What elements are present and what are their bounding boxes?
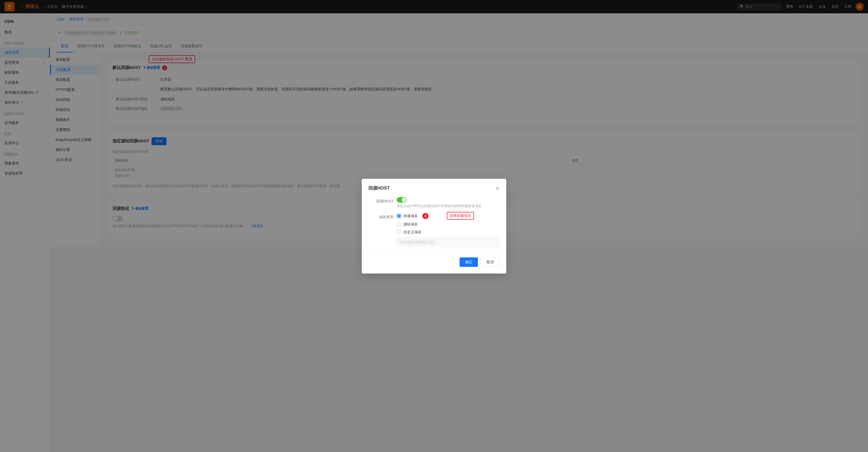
- modal-overlay[interactable]: 回源HOST ✕ 回源HOST 自定义在CDN节点回源过程中所需访问的WEB服务…: [0, 0, 868, 452]
- radio-dot-custom: [397, 230, 401, 234]
- modal-domain-type-row: 域名类型 加速域名 2 选择加速域名 源站域名: [368, 213, 500, 246]
- host-hint: 自定义在CDN节点回源过程中所需访问的WEB服务器域名: [397, 204, 500, 208]
- radio-custom[interactable]: 自定义域名: [397, 230, 500, 235]
- confirm-button[interactable]: 确定: [460, 257, 478, 267]
- radio-accelerate[interactable]: 加速域名 2 选择加速域名: [397, 213, 500, 219]
- cancel-button[interactable]: 取消: [481, 257, 500, 267]
- modal-host-row: 回源HOST 自定义在CDN节点回源过程中所需访问的WEB服务器域名: [368, 197, 500, 208]
- modal-domain-type-label: 域名类型: [368, 213, 394, 220]
- radio-dot-origin: [397, 222, 401, 227]
- radio-origin[interactable]: 源站域名: [397, 222, 500, 227]
- modal-host-label: 回源HOST: [368, 197, 394, 204]
- host-toggle[interactable]: [397, 197, 407, 203]
- radio-group: 加速域名 2 选择加速域名 源站域名 自定义域名: [397, 213, 500, 235]
- step-badge-2: 2: [422, 213, 428, 219]
- modal-close-button[interactable]: ✕: [495, 186, 500, 192]
- radio-label-origin: 源站域名: [403, 222, 418, 227]
- modal-domain-type-value: 加速域名 2 选择加速域名 源站域名 自定义域名: [397, 213, 500, 246]
- annotation-select-domain: 选择加速域名: [447, 212, 474, 220]
- radio-dot-accelerate: [397, 214, 401, 218]
- radio-label-custom: 自定义域名: [403, 230, 422, 235]
- domain-input[interactable]: [397, 238, 500, 246]
- modal-footer: 确定 取消: [368, 253, 500, 267]
- modal-host-value: 自定义在CDN节点回源过程中所需访问的WEB服务器域名: [397, 197, 500, 208]
- modal-dialog: 回源HOST ✕ 回源HOST 自定义在CDN节点回源过程中所需访问的WEB服务…: [362, 179, 506, 273]
- modal-header: 回源HOST ✕: [368, 186, 500, 192]
- modal-title: 回源HOST: [368, 186, 390, 191]
- radio-label-accelerate: 加速域名: [403, 214, 418, 219]
